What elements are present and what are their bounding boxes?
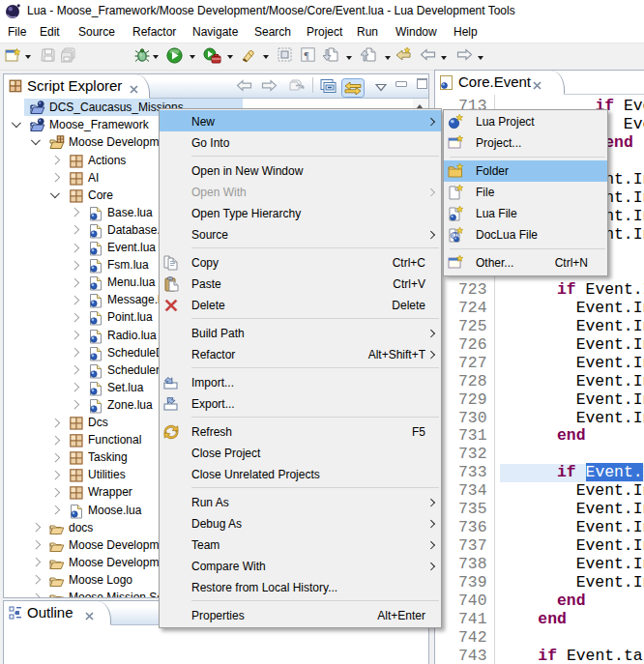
svg-text:¶: ¶: [304, 49, 308, 61]
